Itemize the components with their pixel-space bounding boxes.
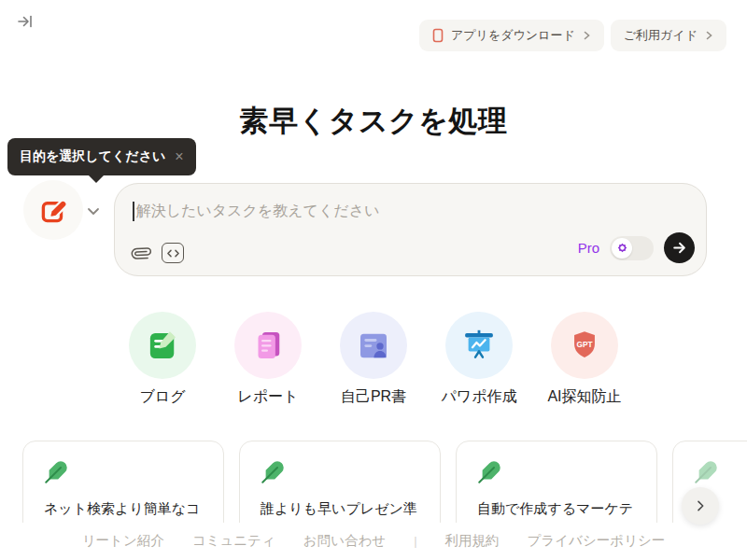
attachment-icon[interactable] xyxy=(132,244,151,263)
gpt-shield-icon: GPT xyxy=(551,312,618,379)
category-label: レポート xyxy=(237,387,298,407)
category-item-self-pr[interactable]: 自己PR書 xyxy=(336,312,411,407)
template-card-web-search[interactable]: ネット検索より簡単なコ xyxy=(22,441,224,523)
download-app-button[interactable]: アプリをダウンロード xyxy=(419,20,604,51)
tooltip-text: 目的を選択してください xyxy=(20,148,165,165)
category-label: AI探知防止 xyxy=(547,387,621,407)
footer-link-about[interactable]: リートン紹介 xyxy=(82,532,164,550)
chevron-right-icon xyxy=(705,31,713,40)
category-item-ai-detection[interactable]: GPT AI探知防止 xyxy=(547,312,622,407)
category-item-report[interactable]: レポート xyxy=(231,312,305,407)
pro-label: Pro xyxy=(578,240,599,256)
template-card-marketing[interactable]: 自動で作成するマーケテ xyxy=(456,441,657,523)
task-input[interactable]: 解決したいタスクを教えてください xyxy=(133,202,379,221)
footer-link-privacy[interactable]: プライバシーポリシー xyxy=(528,532,666,550)
category-item-powerpoint[interactable]: パワポ作成 xyxy=(442,312,516,407)
footer-links: リートン紹介 コミュニティ お問い合わせ | 利用規約 プライバシーポリシー xyxy=(0,532,747,550)
page-title: 素早くタスクを処理 xyxy=(0,102,747,141)
main-page: アプリをダウンロード ご利用ガイド 素早くタスクを処理 目的を選択してください … xyxy=(0,0,747,560)
sidebar-expand-button[interactable] xyxy=(13,9,37,34)
category-label: パワポ作成 xyxy=(441,387,516,407)
template-card-title: ネット検索より簡単なコ xyxy=(44,500,203,518)
edit-pencil-icon xyxy=(39,196,68,225)
footer-link-terms[interactable]: 利用規約 xyxy=(445,532,500,550)
template-card-title: 自動で作成するマーケテ xyxy=(477,500,636,518)
blog-document-icon xyxy=(129,312,196,379)
quill-icon xyxy=(44,459,69,484)
category-shortcuts: ブログ レポート xyxy=(0,312,747,407)
template-card-presentation[interactable]: 誰よりも早いプレゼン準 xyxy=(239,441,441,523)
category-label: 自己PR書 xyxy=(341,387,406,407)
select-purpose-tooltip: 目的を選択してください × xyxy=(7,138,196,175)
compose-button[interactable] xyxy=(23,180,83,240)
text-caret xyxy=(133,202,134,221)
next-cards-button[interactable] xyxy=(682,487,719,525)
self-pr-resume-icon xyxy=(340,312,407,379)
phone-icon xyxy=(432,28,444,43)
send-button[interactable] xyxy=(664,232,695,263)
quill-icon xyxy=(261,459,286,484)
code-block-icon[interactable] xyxy=(162,243,184,263)
sidebar-expand-icon xyxy=(16,12,35,31)
quill-icon xyxy=(477,459,502,484)
svg-text:GPT: GPT xyxy=(576,340,592,349)
footer-link-community[interactable]: コミュニティ xyxy=(192,532,275,550)
header-actions: アプリをダウンロード ご利用ガイド xyxy=(419,20,726,51)
report-document-icon xyxy=(234,312,302,379)
template-cards-carousel: ネット検索より簡単なコ 誰よりも早いプレゼン準 自動で作成するマーケテ xyxy=(22,441,747,523)
pro-model-icon xyxy=(616,242,628,254)
pro-toggle-knob xyxy=(612,238,632,259)
guide-label: ご利用ガイド xyxy=(624,27,698,44)
quill-icon xyxy=(694,459,719,484)
task-input-box[interactable]: 解決したいタスクを教えてください Pro xyxy=(114,183,707,276)
category-label: ブログ xyxy=(139,387,185,407)
footer-divider: | xyxy=(414,534,416,548)
chevron-down-icon[interactable] xyxy=(87,203,100,219)
close-icon[interactable]: × xyxy=(175,149,183,164)
category-item-blog[interactable]: ブログ xyxy=(125,312,200,407)
send-arrow-icon xyxy=(671,240,687,256)
download-app-label: アプリをダウンロード xyxy=(451,27,575,44)
guide-button[interactable]: ご利用ガイド xyxy=(611,20,726,51)
chevron-right-icon xyxy=(583,31,591,40)
pro-toggle[interactable] xyxy=(610,236,654,260)
task-input-placeholder: 解決したいタスクを教えてください xyxy=(136,202,380,221)
footer-link-contact[interactable]: お問い合わせ xyxy=(303,532,386,550)
chevron-right-icon xyxy=(693,498,708,513)
template-card-title: 誰よりも早いプレゼン準 xyxy=(261,500,419,518)
presentation-board-icon xyxy=(445,312,513,379)
